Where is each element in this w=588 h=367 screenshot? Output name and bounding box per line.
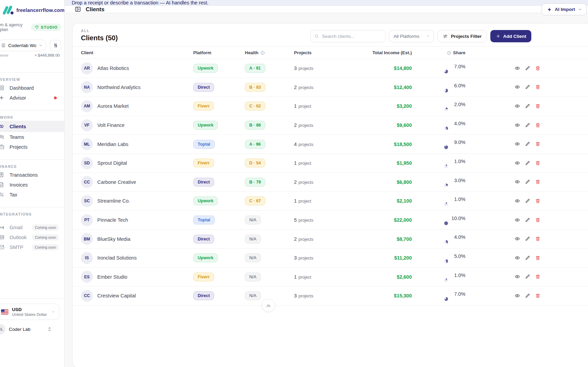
sidebar-item-advisor[interactable]: Advisor [0,93,65,103]
info-icon [260,50,265,55]
sidebar-item-transactions[interactable]: Transactions [0,170,65,180]
platform-filter-select[interactable]: All Platforms [389,30,434,42]
projects-filter-button[interactable]: Projects Filter [437,30,487,42]
view-button[interactable] [515,103,520,109]
sidebar-item-gmail[interactable]: GmailComing soon [0,222,65,232]
edit-button[interactable] [525,65,531,71]
sidebar-item-smtp[interactable]: SMTPComing soon [0,242,65,252]
edit-button[interactable] [525,122,531,128]
table-row[interactable]: BMBlueSky MediaDirectN/A2projects$8,7004… [73,229,588,248]
client-cell: VFVolt Finance [81,119,192,131]
table-row[interactable]: AMAurora MarketFiverrC · 621project$3,20… [73,97,588,116]
platform-cell: Fiverr [193,273,239,281]
invoices-icon [0,181,5,188]
income-cell: $8,700 [369,236,414,242]
delete-button[interactable] [535,160,541,166]
sidebar-collapse-button[interactable] [74,6,81,13]
edit-button[interactable] [525,84,531,90]
view-button[interactable] [515,217,520,223]
delete-button[interactable] [535,198,541,204]
eye-icon [515,179,520,185]
table-row[interactable]: CCCrestview CapitalDirectN/A3projects$15… [73,286,588,305]
sidebar-item-dashboard[interactable]: Dashboard [0,83,65,93]
sidebar-item-tax[interactable]: Tax [0,190,65,200]
view-button[interactable] [515,141,520,147]
table-row[interactable]: CCCarbone CreativeDirectB · 792projects$… [73,173,588,192]
add-client-button[interactable]: Add Client [490,30,532,42]
health-cell: B · 86 [245,121,289,130]
view-button[interactable] [515,65,520,71]
projects-cell: 2projects [289,85,369,90]
health-badge: D · 54 [245,159,265,167]
delete-button[interactable] [535,103,541,109]
share-donut [444,278,448,282]
view-button[interactable] [515,160,520,166]
delete-button[interactable] [535,141,541,147]
sidebar-item-projects[interactable]: Projects [0,142,65,152]
delete-button[interactable] [535,122,541,128]
view-button[interactable] [515,179,520,185]
edit-button[interactable] [525,255,531,261]
delete-button[interactable] [535,179,541,185]
edit-button[interactable] [525,198,531,204]
view-button[interactable] [515,122,520,128]
sidebar-item-teams[interactable]: Teams [0,132,65,142]
table-row[interactable]: NANorthwind AnalyticsDirectB · 832projec… [73,78,588,97]
workspace-user[interactable]: CL Coder Lab [0,324,62,334]
table-row[interactable]: PTPinnacle TechToptalN/A5projects$22,000… [73,210,588,230]
view-button[interactable] [515,236,520,242]
table-row[interactable]: ARAtlas RoboticsUpworkA · 913projects$14… [73,59,588,78]
eye-icon [515,217,520,223]
edit-button[interactable] [525,141,531,147]
delete-button[interactable] [535,217,541,223]
scroll-fab[interactable] [262,299,275,312]
pencil-icon [525,255,530,261]
search-input[interactable] [322,34,382,39]
edit-button[interactable] [525,160,531,166]
edit-button[interactable] [525,236,531,242]
delete-button[interactable] [535,293,541,299]
client-cell: BMBlueSky Media [81,233,192,245]
workspace-settings-button[interactable] [50,40,61,51]
table-row[interactable]: SDSprout DigitalFiverrD · 541project$1,9… [73,153,588,173]
delete-button[interactable] [535,255,541,261]
delete-button[interactable] [535,84,541,90]
view-button[interactable] [515,274,520,280]
workspace-selector[interactable]: Coderrlab Wo... [0,40,46,51]
share-cell: 10.0% [414,211,478,230]
sidebar-item-clients[interactable]: Clients [0,121,65,132]
edit-button[interactable] [525,217,531,223]
clients-panel: ALL Clients (50) All Platforms [72,23,588,367]
delete-button[interactable] [535,236,541,242]
table-row[interactable]: ESEmber StudioFiverrN/A1project$2,6001.0… [73,267,588,287]
table-row[interactable]: MLMeridian LabsToptalA · 964projects$18,… [73,134,588,153]
client-cell: MLMeridian Labs [81,138,192,150]
ai-import-button[interactable]: AI Import [542,3,587,15]
table-row[interactable]: VFVolt FinanceUpworkB · 862projects$9,60… [73,116,588,135]
table-row[interactable]: ISIronclad SolutionsUpworkN/A3projects$1… [73,248,588,267]
gmail-icon [0,224,5,231]
panel-controls: All Platforms Projects Filter Add Client [310,30,531,42]
row-actions [478,65,588,71]
view-button[interactable] [515,198,520,204]
edit-button[interactable] [525,103,531,109]
edit-button[interactable] [525,179,531,185]
avatar: CC [81,290,93,302]
edit-button[interactable] [525,293,531,299]
view-button[interactable] [515,255,520,261]
edit-button[interactable] [525,274,531,280]
view-button[interactable] [515,293,520,299]
delete-button[interactable] [535,65,541,71]
table-row[interactable]: SCStreamline Co.UpworkC · 671project$2,1… [73,191,588,210]
platform-badge: Toptal [193,216,215,224]
sidebar-item-invoices[interactable]: Invoices [0,180,65,190]
table-header: Client Platform Health Projects Total In… [73,47,588,59]
sidebar-item-outlook[interactable]: OutlookComing soon [0,232,65,242]
share-percent: 1.0% [454,273,465,278]
plan-row: m & agency plan STUDIO [0,23,61,32]
currency-selector[interactable]: USD United States Dollar [0,304,59,320]
client-cell: ARAtlas Robotics [81,62,192,74]
view-button[interactable] [515,84,520,90]
platform-cell: Upwork [193,121,239,130]
delete-button[interactable] [535,274,541,280]
